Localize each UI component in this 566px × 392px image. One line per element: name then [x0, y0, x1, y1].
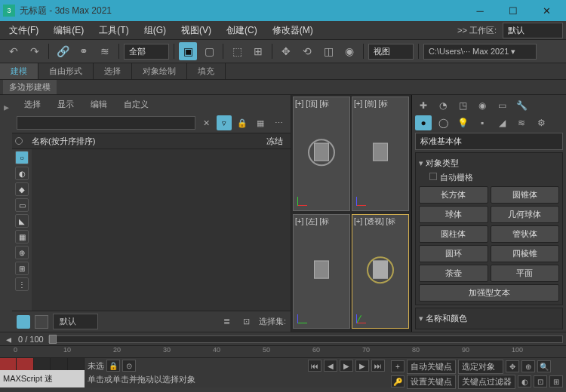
pyramid-button[interactable]: 四棱锥	[491, 245, 560, 262]
select-button[interactable]: ▣	[179, 42, 197, 60]
viewport-front[interactable]: [+] [前] [标	[352, 96, 409, 211]
display-toggle-icon[interactable]: ▦	[253, 115, 268, 130]
visibility-column-icon[interactable]	[15, 137, 23, 145]
viewport-left[interactable]: [+] [左] [标	[293, 214, 350, 329]
display-tab-icon[interactable]: ▭	[494, 98, 510, 113]
filter-lights-icon[interactable]: ◆	[15, 182, 29, 196]
shapes-icon[interactable]: ◯	[435, 115, 451, 130]
goto-start-button[interactable]: ⏮	[308, 360, 321, 372]
filter-bone-icon[interactable]: ⋮	[15, 277, 29, 291]
filter-groups-icon[interactable]: ⊕	[15, 246, 29, 259]
place-button[interactable]: ◉	[340, 42, 358, 60]
name-color-header[interactable]: 名称和颜色	[419, 311, 559, 326]
plane-button[interactable]: 平面	[491, 265, 560, 282]
scene-tab-custom[interactable]: 自定义	[116, 96, 156, 112]
menu-tools[interactable]: 工具(T)	[93, 22, 134, 39]
layer-default-dropdown[interactable]: 默认	[53, 314, 98, 329]
freeze-column-header[interactable]: 冻结	[250, 136, 288, 147]
close-button[interactable]: ✕	[530, 0, 563, 21]
spacewarps-icon[interactable]: ≋	[513, 115, 530, 130]
torus-button[interactable]: 圆环	[419, 245, 488, 262]
menu-modifiers[interactable]: 修改器(M)	[266, 22, 319, 39]
ribbon-tab-objectpaint[interactable]: 对象绘制	[132, 63, 187, 79]
isolate-icon[interactable]: ≣	[220, 314, 235, 329]
select-name-button[interactable]: ▢	[200, 42, 218, 60]
nav-orbit-icon[interactable]: ⊕	[521, 360, 535, 372]
scene-tab-select[interactable]: 选择	[17, 96, 48, 112]
goto-end-button[interactable]: ⏭	[371, 360, 385, 372]
ribbon-tab-freeform[interactable]: 自由形式	[38, 63, 94, 79]
helpers-icon[interactable]: ◢	[494, 115, 510, 130]
viewport-perspective[interactable]: [+] [透视] [标	[352, 214, 409, 329]
name-column-header[interactable]: 名称(按升序排序)	[29, 136, 250, 147]
utilities-tab-icon[interactable]: 🔧	[513, 98, 530, 113]
ribbon-tab-modeling[interactable]: 建模	[0, 63, 38, 79]
snap-icon[interactable]: ⊙	[122, 360, 136, 372]
ribbon-tab-populate[interactable]: 填充	[187, 63, 226, 79]
refcoord-dropdown[interactable]: 视图	[368, 44, 414, 60]
menu-create[interactable]: 创建(C)	[220, 22, 263, 39]
cylinder-button[interactable]: 圆柱体	[419, 225, 488, 243]
modify-tab-icon[interactable]: ◔	[435, 98, 451, 113]
maximize-button[interactable]: ☐	[497, 0, 530, 21]
filter-helpers-icon[interactable]: ◣	[15, 214, 29, 228]
lights-icon[interactable]: 💡	[454, 115, 471, 130]
viewport-top[interactable]: [+] [顶] [标	[293, 96, 350, 211]
time-slider[interactable]	[48, 335, 563, 343]
selection-filter-dropdown[interactable]: 全部	[124, 44, 169, 60]
primitive-category-dropdown[interactable]: 标准基本体	[415, 133, 563, 150]
layer2-icon[interactable]	[35, 315, 48, 329]
rect-region-button[interactable]: ⬚	[228, 42, 246, 60]
minimize-button[interactable]: ─	[463, 0, 497, 21]
geosphere-button[interactable]: 几何球体	[491, 206, 560, 223]
nav-pan-icon[interactable]: ✥	[506, 360, 519, 372]
nav-all-icon[interactable]: ⊞	[549, 375, 563, 387]
filter-spacewarps-icon[interactable]: ▦	[15, 230, 29, 243]
tube-button[interactable]: 管状体	[491, 225, 560, 243]
clear-search-button[interactable]: ✕	[198, 115, 214, 130]
prev-frame-button[interactable]: ◀	[324, 360, 337, 372]
selected-object-field[interactable]: 选定对象	[458, 360, 503, 374]
bind-button[interactable]: ≋	[96, 42, 114, 60]
maxscript-listener[interactable]: MAXScript 迷	[0, 370, 85, 387]
layer-icon[interactable]	[17, 315, 30, 329]
selset-icon[interactable]: ⊡	[239, 314, 254, 329]
project-path[interactable]: C:\Users\··· Max 2021 ▾	[423, 44, 537, 60]
move-button[interactable]: ✥	[277, 42, 295, 60]
play-button[interactable]: ▶	[340, 360, 353, 372]
create-tab-icon[interactable]: ✚	[415, 98, 432, 113]
systems-icon[interactable]: ⚙	[533, 115, 549, 130]
menu-file[interactable]: 文件(F)	[3, 22, 45, 39]
teapot-button[interactable]: 茶壶	[419, 265, 488, 282]
sphere-button[interactable]: 球体	[419, 206, 488, 223]
window-crossing-button[interactable]: ⊞	[249, 42, 267, 60]
key-mode-icon[interactable]: +	[391, 360, 405, 372]
menu-group[interactable]: 组(G)	[138, 22, 172, 39]
scene-search-input[interactable]	[17, 116, 195, 130]
autogrid-checkbox[interactable]: 自动栅格	[419, 170, 559, 186]
filter-geometry-icon[interactable]: ○	[15, 151, 29, 164]
ribbon-tab-selection[interactable]: 选择	[94, 63, 132, 79]
lock-icon[interactable]: 🔒	[235, 115, 250, 130]
time-ruler[interactable]: 0 10 20 30 40 50 60 70 80 90 100	[0, 345, 566, 357]
setkey-icon[interactable]: 🔑	[391, 375, 405, 387]
polygon-modeling-label[interactable]: 多边形建模	[3, 80, 57, 94]
rotate-button[interactable]: ⟲	[298, 42, 316, 60]
filter-button[interactable]: ▿	[217, 115, 232, 130]
unlink-button[interactable]: ⚭	[75, 42, 93, 60]
keyfilter-button[interactable]: 关键点过滤器	[458, 375, 515, 389]
hierarchy-tab-icon[interactable]: ◳	[454, 98, 471, 113]
nav-zoom-icon[interactable]: 🔍	[537, 360, 551, 372]
next-frame-button[interactable]: ▶	[355, 360, 369, 372]
filter-shapes-icon[interactable]: ◐	[15, 167, 29, 180]
motion-tab-icon[interactable]: ◉	[474, 98, 491, 113]
scene-list[interactable]	[32, 149, 291, 311]
cameras-icon[interactable]: ▪	[474, 115, 491, 130]
textplus-button[interactable]: 加强型文本	[419, 284, 559, 302]
autokey-button[interactable]: 自动关键点	[407, 360, 456, 374]
lock-selection-icon[interactable]: 🔒	[106, 360, 120, 372]
undo-button[interactable]: ↶	[5, 42, 23, 60]
filter-xrefs-icon[interactable]: ⊞	[15, 262, 29, 275]
geometry-icon[interactable]: ●	[415, 115, 432, 130]
menu-view[interactable]: 视图(V)	[175, 22, 217, 39]
